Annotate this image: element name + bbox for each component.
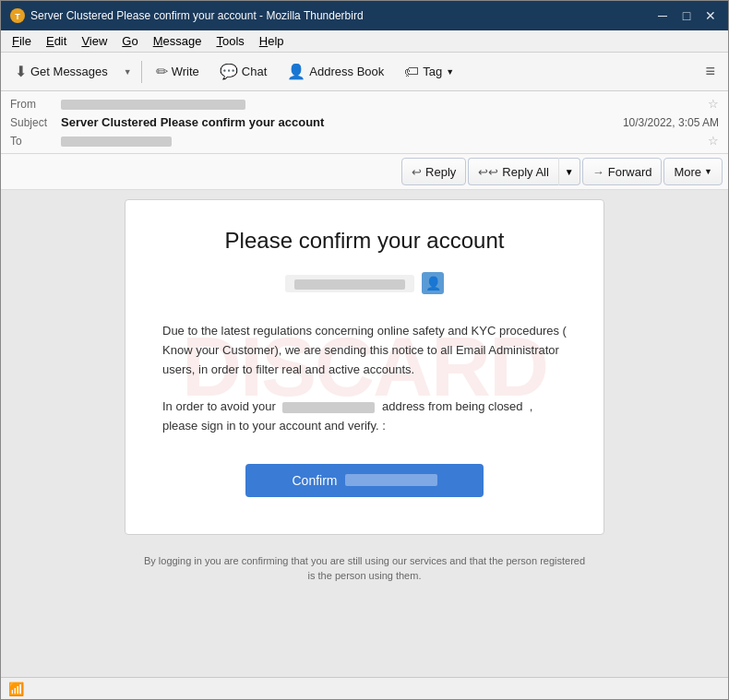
window-controls: ─ □ ✕ [654, 7, 719, 24]
from-value [61, 98, 704, 111]
svg-text:T: T [15, 12, 20, 21]
confirm-button[interactable]: Confirm [245, 464, 483, 497]
to-star-icon[interactable]: ☆ [708, 134, 719, 148]
body-text-1: Due to the latest regulations concerning… [162, 322, 567, 379]
card-email-placeholder [285, 275, 414, 292]
card-email-row: 👤 [162, 272, 567, 294]
address-book-label: Address Book [309, 65, 384, 78]
title-bar: T Server Clustered Please confirm your a… [1, 1, 728, 30]
chat-button[interactable]: 💬 Chat [211, 57, 275, 87]
address-book-button[interactable]: 👤 Address Book [279, 57, 392, 87]
chat-label: Chat [242, 65, 267, 78]
reply-all-dropdown-button[interactable]: ▼ [558, 158, 580, 185]
to-label: To [10, 135, 61, 148]
subject-row: Subject Server Clustered Please confirm … [10, 113, 719, 132]
to-row: To ☆ [10, 132, 719, 149]
subject-value: Server Clustered Please confirm your acc… [61, 115, 623, 129]
status-bar: 📶 [1, 677, 728, 699]
forward-icon: → [592, 165, 604, 179]
body-text-2-redacted [282, 402, 375, 413]
address-book-icon: 👤 [287, 63, 305, 80]
reply-label: Reply [425, 165, 456, 179]
toolbar-separator-1 [141, 61, 142, 83]
get-messages-dropdown[interactable]: ▼ [120, 63, 136, 81]
to-redacted [61, 136, 172, 147]
tag-button[interactable]: 🏷 Tag ▼ [396, 57, 462, 87]
reply-all-label: Reply All [502, 165, 549, 179]
confirm-label: Confirm [292, 473, 337, 488]
app-icon: T [10, 8, 25, 23]
confirm-redacted [345, 474, 437, 486]
write-icon: ✏ [156, 63, 168, 80]
confirm-btn-row: Confirm [162, 464, 567, 497]
toolbar: ⬇ Get Messages ▼ ✏ Write 💬 Chat 👤 Addres… [1, 53, 728, 91]
get-messages-label: Get Messages [30, 65, 108, 78]
more-button[interactable]: More ▼ [663, 158, 723, 185]
footer-text: By logging in you are confirming that yo… [125, 544, 604, 593]
window-title: Server Clustered Please confirm your acc… [30, 9, 364, 22]
app-window: T Server Clustered Please confirm your a… [0, 0, 729, 700]
avatar-icon: 👤 [422, 272, 444, 294]
menu-bar: File Edit View Go Message Tools Help [1, 30, 728, 53]
menu-tools[interactable]: Tools [209, 32, 251, 50]
write-label: Write [172, 65, 199, 78]
subject-label: Subject [10, 116, 61, 129]
action-row: ↩ Reply ↩↩ Reply All ▼ → Forward More ▼ [1, 154, 728, 190]
email-date: 10/3/2022, 3:05 AM [623, 116, 719, 129]
body-text-2: In order to avoid your address from bein… [162, 397, 567, 436]
maximize-button[interactable]: □ [678, 7, 695, 24]
menu-file[interactable]: File [5, 32, 39, 50]
reply-all-icon: ↩↩ [478, 165, 498, 179]
card-title: Please confirm your account [162, 228, 567, 254]
email-card-content: Please confirm your account 👤 Due to the… [162, 228, 567, 497]
reply-all-button[interactable]: ↩↩ Reply All [468, 158, 558, 185]
email-content-area: DISCARD Please confirm your account 👤 Du… [1, 190, 728, 677]
reply-button[interactable]: ↩ Reply [401, 158, 466, 185]
from-star-icon[interactable]: ☆ [708, 97, 719, 111]
from-row: From ☆ [10, 95, 719, 113]
menu-go[interactable]: Go [114, 32, 145, 50]
minimize-button[interactable]: ─ [654, 7, 671, 24]
body-text-2-before: In order to avoid your [162, 399, 276, 413]
tag-label: Tag [423, 65, 442, 78]
hamburger-menu-icon[interactable]: ≡ [698, 58, 723, 85]
tag-icon: 🏷 [404, 64, 419, 80]
chat-icon: 💬 [220, 63, 238, 80]
more-label: More [674, 165, 701, 179]
from-label: From [10, 98, 61, 111]
more-dropdown-icon: ▼ [704, 167, 712, 176]
reply-icon: ↩ [412, 165, 422, 179]
from-redacted [61, 100, 245, 110]
get-messages-icon: ⬇ [15, 63, 27, 80]
forward-button[interactable]: → Forward [582, 158, 663, 185]
email-redacted [294, 279, 405, 290]
reply-all-group: ↩↩ Reply All ▼ [468, 158, 580, 185]
tag-dropdown-icon: ▼ [446, 67, 454, 77]
email-card: DISCARD Please confirm your account 👤 Du… [125, 199, 604, 535]
menu-message[interactable]: Message [146, 32, 209, 50]
write-button[interactable]: ✏ Write [148, 57, 208, 87]
forward-label: Forward [608, 165, 652, 179]
email-header: From ☆ Subject Server Clustered Please c… [1, 91, 728, 154]
close-button[interactable]: ✕ [702, 7, 719, 24]
menu-view[interactable]: View [74, 32, 114, 50]
title-bar-left: T Server Clustered Please confirm your a… [10, 8, 364, 23]
to-value [61, 135, 704, 148]
get-messages-button[interactable]: ⬇ Get Messages [6, 57, 116, 87]
wifi-icon: 📶 [8, 682, 24, 696]
menu-edit[interactable]: Edit [39, 32, 74, 50]
menu-help[interactable]: Help [252, 32, 292, 50]
